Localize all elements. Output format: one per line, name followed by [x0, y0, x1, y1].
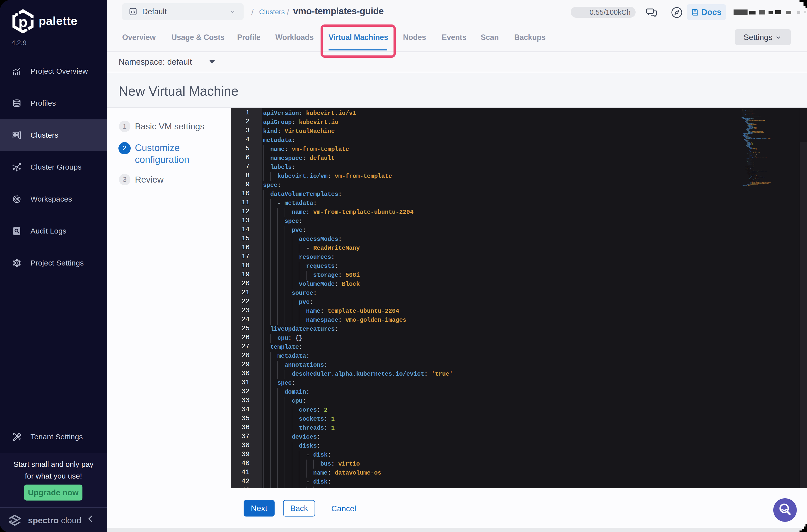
svg-text:p: p	[18, 14, 27, 30]
